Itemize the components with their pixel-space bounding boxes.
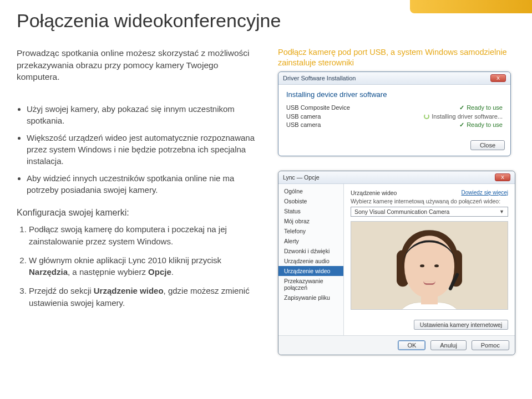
usb-note: Podłącz kamerę pod port USB, a system Wi… — [278, 47, 515, 68]
check-icon: ✓ — [459, 121, 464, 129]
nav-item-general[interactable]: Ogólne — [278, 186, 343, 196]
options-body: Ogólne Osobiste Status Mój obraz Telefon… — [278, 184, 515, 335]
driver-titlebar: Driver Software Installation X — [278, 72, 510, 85]
step-text: Przejdź do sekcji — [29, 286, 94, 295]
driver-footer: Close — [278, 137, 510, 156]
more-info-link[interactable]: Dowiedz się więcej — [462, 190, 508, 196]
close-icon[interactable]: X — [490, 74, 506, 82]
step-text: W głównym oknie aplikacji Lync 2010 klik… — [29, 255, 221, 265]
person-illustration — [404, 236, 454, 298]
device-row: USB camera ✓Ready to use — [286, 121, 503, 129]
device-row: USB Composite Device ✓Ready to use — [286, 104, 503, 111]
right-column: Podłącz kamerę pod port USB, a system Wi… — [278, 47, 515, 355]
options-title-text: Lync — Opcje — [283, 174, 320, 181]
bullet-item: Aby widzieć innych uczestników spotkania… — [27, 172, 264, 196]
page: Połączenia wideokonferencyjne Prowadząc … — [0, 0, 532, 372]
camera-dropdown[interactable]: Sony Visual Communication Camera ▼ — [351, 207, 508, 217]
close-button[interactable]: Close — [470, 140, 505, 150]
nav-item-saving[interactable]: Zapisywanie pliku — [278, 293, 343, 303]
device-name: USB camera — [286, 113, 321, 120]
dropdown-value: Sony Visual Communication Camera — [354, 208, 449, 215]
driver-header: Installing device driver software — [286, 90, 503, 99]
device-status-text: Installing driver software... — [432, 113, 503, 120]
config-heading: Konfiguracja swojej kamerki: — [17, 208, 264, 218]
step-item: Przejdź do sekcji Urządzenie wideo, gdzi… — [29, 285, 264, 309]
header-accent — [410, 0, 532, 13]
nav-item-myimage[interactable]: Mój obraz — [278, 216, 343, 226]
device-status-text: Ready to use — [467, 104, 503, 111]
step-bold: Opcje — [148, 267, 171, 277]
nav-item-personal[interactable]: Osobiste — [278, 196, 343, 206]
nav-item-phones[interactable]: Telefony — [278, 226, 343, 236]
bullet-list: Użyj swojej kamery, aby pokazać się inny… — [17, 103, 264, 196]
step-item: Podłącz swoją kamerę do komputera i pocz… — [29, 223, 264, 248]
camera-settings-button[interactable]: Ustawienia kamery internetowej — [414, 320, 508, 330]
device-status-text: Ready to use — [467, 121, 503, 128]
bullet-item: Większość urządzeń wideo jest automatycz… — [27, 132, 264, 167]
driver-body: Installing device driver software USB Co… — [278, 85, 510, 137]
driver-title-text: Driver Software Installation — [283, 75, 356, 81]
options-window: Lync — Opcje X Ogólne Osobiste Status Mó… — [278, 171, 515, 355]
nav-item-alerts[interactable]: Alerty — [278, 236, 343, 246]
nav-item-forwarding[interactable]: Przekazywanie połączeń — [278, 276, 343, 293]
ok-button[interactable]: OK — [398, 340, 425, 350]
chevron-down-icon: ▼ — [499, 209, 504, 214]
device-row: USB camera Installing driver software... — [286, 113, 503, 120]
device-status: ✓Ready to use — [459, 104, 503, 111]
step-item: W głównym oknie aplikacji Lync 2010 klik… — [29, 254, 264, 279]
step-text: , a następnie wybierz — [68, 267, 148, 277]
intro-text: Prowadząc spotkania online możesz skorzy… — [17, 47, 264, 83]
nav-item-ringtones[interactable]: Dzwonki i dźwięki — [278, 246, 343, 256]
options-nav: Ogólne Osobiste Status Mój obraz Telefon… — [278, 184, 344, 335]
section-sublabel: Wybierz kamerę internetową używaną do po… — [351, 198, 508, 204]
help-button[interactable]: Pomoc — [472, 340, 509, 350]
bullet-item: Użyj swojej kamery, aby pokazać się inny… — [27, 103, 264, 126]
options-titlebar: Lync — Opcje X — [278, 171, 515, 184]
device-name: USB Composite Device — [286, 104, 350, 111]
options-main: Dowiedz się więcej Urządzenie wideo Wybi… — [344, 184, 515, 335]
close-icon[interactable]: X — [495, 173, 510, 181]
driver-install-window: Driver Software Installation X Installin… — [278, 71, 511, 156]
device-name: USB camera — [286, 121, 321, 129]
step-bold: Urządzenie wideo — [94, 286, 164, 295]
device-status: ✓Ready to use — [459, 121, 503, 129]
spinner-icon — [424, 114, 429, 119]
step-bold: Narzędzia — [29, 267, 68, 277]
columns: Prowadząc spotkania online możesz skorzy… — [17, 47, 515, 355]
cancel-button[interactable]: Anuluj — [430, 340, 467, 350]
nav-item-audio[interactable]: Urządzenie audio — [278, 256, 343, 266]
device-status: Installing driver software... — [424, 113, 503, 120]
camera-preview — [351, 221, 508, 310]
step-list: Podłącz swoją kamerę do komputera i pocz… — [17, 223, 264, 309]
options-footer: OK Anuluj Pomoc — [278, 335, 515, 355]
step-text: . — [171, 267, 174, 277]
nav-item-status[interactable]: Status — [278, 206, 343, 216]
check-icon: ✓ — [459, 104, 464, 111]
left-column: Prowadząc spotkania online możesz skorzy… — [17, 47, 264, 355]
nav-item-video[interactable]: Urządzenie wideo — [278, 266, 343, 276]
